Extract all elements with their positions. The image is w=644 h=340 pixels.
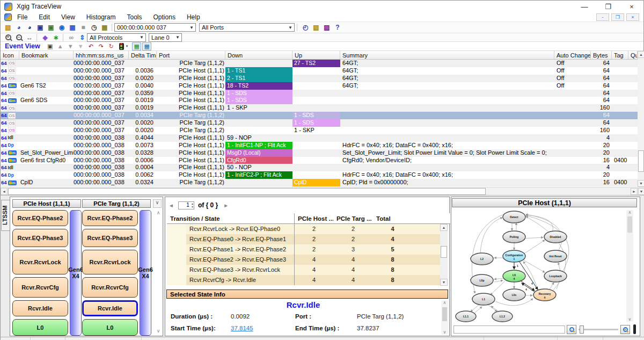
protocols-select[interactable]: All Protocols ▼: [87, 33, 146, 42]
menu-item-edit[interactable]: Edit: [39, 13, 50, 21]
state-node-l0[interactable]: L04: [503, 270, 525, 282]
menu-item-histogram[interactable]: Histogram: [86, 13, 116, 21]
ports-dropdown-icon[interactable]: ▼: [287, 25, 294, 30]
state-node-recovery[interactable]: Recovery4: [533, 289, 556, 301]
table-row[interactable]: 64OS000:00:00.000_037PCIe Targ (1,1,2)27…: [1, 60, 638, 67]
packet-chip[interactable]: 1 - SDS: [225, 90, 292, 97]
zoom-slider[interactable]: [579, 329, 618, 330]
jump-back-icon[interactable]: ↶: [86, 42, 96, 50]
ltssm-scroll-down-icon[interactable]: ∨: [155, 328, 162, 335]
scroll-left-icon[interactable]: ◄: [1, 188, 8, 195]
table-row[interactable]: 64BmCplD000:00:00.000_0380.0324PCIe Targ…: [1, 179, 638, 186]
menu-item-view[interactable]: View: [61, 13, 75, 21]
column-header-10[interactable]: Tag: [612, 51, 628, 59]
column-header-7[interactable]: Summary: [340, 51, 554, 59]
table-row[interactable]: 64OS000:00:00.000_0370.0020PCIe Host (1,…: [1, 75, 638, 82]
ltssm-tab[interactable]: LTSSM: [1, 200, 10, 231]
table-row[interactable]: 64OS000:00:00.000_0370.0359PCIe Host (1,…: [1, 90, 638, 97]
scroll-corner-icon[interactable]: ▼: [638, 188, 644, 195]
packet-chip[interactable]: MsgD (Local): [225, 149, 292, 157]
table-row[interactable]: 64OS000:00:00.000_0370.0034PCIe Targ (1,…: [1, 112, 638, 119]
search-icon[interactable]: ∞: [67, 33, 76, 42]
state-node-detect[interactable]: Detect: [503, 211, 525, 223]
transition-row[interactable]: Rcvr.EQ-Phase0 -> Rcvr.EQ-Phase1224: [167, 234, 450, 244]
traffic-light-icon[interactable]: [117, 42, 126, 50]
scroll-down-icon[interactable]: ▼: [638, 180, 644, 187]
lane-dropdown-icon[interactable]: ▼: [174, 35, 181, 40]
zoom-in-button[interactable]: +: [620, 325, 630, 334]
export-trace-icon[interactable]: ◕: [14, 23, 24, 32]
pager-prev-icon[interactable]: ◄: [169, 202, 174, 208]
zoom-out-button[interactable]: -: [567, 325, 576, 334]
packet-chip[interactable]: 18 - TS2: [225, 82, 292, 90]
state-node-l1[interactable]: L1: [472, 293, 495, 305]
expand-grid-icon[interactable]: ▦: [132, 42, 141, 50]
info-scroll-up-icon[interactable]: ∧: [441, 300, 448, 305]
save-all-icon[interactable]: ▣: [46, 23, 56, 32]
zoom-slider-thumb[interactable]: [580, 325, 584, 334]
time-field[interactable]: 000:00:00.000 037 ▼: [114, 23, 196, 32]
scroll-right-icon[interactable]: ►: [631, 188, 638, 195]
ltssm-targ-header[interactable]: PCIe Targ (1,1,2): [82, 199, 151, 208]
state-node-l2[interactable]: L2: [471, 253, 493, 265]
panel-splitter-handle[interactable]: [633, 324, 636, 334]
restore-button[interactable]: ❐: [596, 1, 620, 12]
pager-spinner[interactable]: ▲▼: [191, 202, 194, 208]
info-scrollbar[interactable]: ∧ ∨: [441, 300, 448, 335]
state-node-disabled[interactable]: Disabled: [544, 231, 567, 243]
help-icon[interactable]: ?: [333, 23, 342, 32]
updown-sync-icon[interactable]: ⇕: [77, 33, 87, 42]
column-header-1[interactable]: Bookmark: [19, 51, 74, 59]
info-scroll-thumb[interactable]: [442, 307, 447, 321]
column-header-0[interactable]: Icon: [1, 51, 19, 59]
packet-text[interactable]: 1 - SKP: [292, 127, 314, 133]
protocols-dropdown-icon[interactable]: ▼: [138, 35, 145, 40]
packet-text[interactable]: 50 - NOP: [225, 164, 252, 170]
diagram-scroll-thumb[interactable]: [627, 216, 632, 233]
ltssm-host-header[interactable]: PCIe Host (1,1,1): [12, 199, 81, 208]
state-node-l0p[interactable]: L0p: [471, 274, 493, 286]
transition-row[interactable]: Rcvr.RcvrCfg -> Rcvr.Idle448: [167, 275, 450, 285]
state-node-l0s[interactable]: L0s: [503, 289, 525, 301]
capture-settings-icon[interactable]: ◉: [57, 23, 67, 32]
next-event-icon[interactable]: ▼: [66, 42, 75, 50]
pager-input[interactable]: 1 ▲▼: [178, 201, 194, 209]
table-row[interactable]: 64OS000:00:00.000_0370.0020PCIe Targ (1,…: [1, 119, 638, 127]
diagram-scroll-down-icon[interactable]: ∨: [626, 317, 633, 322]
column-header-5[interactable]: Down: [225, 51, 292, 59]
table-row[interactable]: 64BmGen6 TS2000:00:00.000_0370.0040PCIe …: [1, 82, 638, 90]
table-row[interactable]: 64Dp000:00:00.000_0380.0073PCIe Host (1,…: [1, 142, 638, 149]
column-header-6[interactable]: Up: [292, 51, 340, 59]
prev-event-icon[interactable]: ▲: [56, 42, 65, 50]
column-header-8[interactable]: Auto Change: [554, 51, 591, 59]
time-dropdown-icon[interactable]: ▼: [188, 25, 195, 30]
column-header-11[interactable]: Qu: [628, 51, 638, 59]
hscroll-thumb[interactable]: [8, 188, 486, 195]
continuous-icon[interactable]: ↻: [107, 42, 116, 50]
column-header-4[interactable]: Port: [157, 51, 225, 59]
transition-scroll-up-icon[interactable]: ▲: [440, 224, 448, 231]
collapse-grid-icon[interactable]: ▦: [142, 42, 151, 50]
table-vertical-scrollbar[interactable]: ▲ ▼: [638, 51, 644, 187]
close-button[interactable]: ×: [620, 1, 643, 12]
diagram-hscroll-track[interactable]: [453, 325, 565, 334]
fit-width-icon[interactable]: ↔: [25, 33, 34, 42]
mdi-close-button[interactable]: ×: [626, 13, 639, 21]
timer-icon[interactable]: ◷: [89, 23, 99, 32]
packet-chip[interactable]: 1 - SDS: [225, 97, 292, 104]
table-row[interactable]: 64Idl000:00:00.000_0380.4044PCIe Host (1…: [1, 134, 638, 142]
pager-next-icon[interactable]: ►: [223, 202, 229, 208]
transition-row[interactable]: Rcvr.EQ-Phase2 -> Rcvr.EQ-Phase3448: [167, 255, 450, 265]
packet-chip[interactable]: 1 - SDS: [292, 119, 340, 127]
state-node-hot-reset[interactable]: Hot Reset: [544, 250, 567, 262]
ltssm-state-l0[interactable]: L0: [12, 319, 68, 336]
vscroll-thumb[interactable]: [638, 150, 644, 172]
ltssm-state-l0[interactable]: L0: [82, 319, 138, 336]
open-trace-icon[interactable]: ▨: [3, 23, 13, 32]
transition-table-header[interactable]: Transition / StatePCIe Host ...PCIe Targ…: [167, 213, 450, 224]
ltssm-state-diagram[interactable]: 144DetectPollingDisabledConfiguration1Ho…: [452, 209, 624, 323]
mdi-restore-button[interactable]: ❐: [611, 13, 624, 21]
traffic-dropdown-icon[interactable]: ▾: [126, 44, 128, 48]
event-table-header[interactable]: IconBookmarkhhh:mm:ss.ms_usDelta TimePor…: [1, 51, 638, 60]
diagram-vscroll[interactable]: ∧ ∨: [626, 210, 633, 322]
